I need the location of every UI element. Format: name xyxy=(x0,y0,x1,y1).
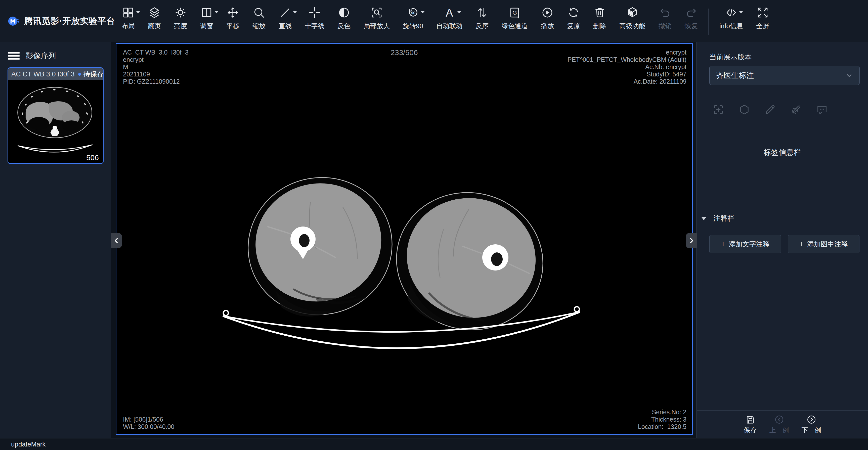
annotation-section-header[interactable]: 注释栏 xyxy=(701,214,735,223)
circle-chevron-left-icon xyxy=(774,415,784,425)
series-title: AC CT WB 3.0 I30f 3 xyxy=(11,70,75,78)
split-window-icon xyxy=(200,6,213,19)
app-title: 腾讯觅影·开放实验平台 xyxy=(24,15,115,27)
overlay-line: Thickness: 3 xyxy=(638,416,686,423)
polygon-tool-icon[interactable] xyxy=(738,104,750,116)
slice-counter: 233/506 xyxy=(391,49,417,56)
cube-icon xyxy=(626,6,639,19)
sun-icon xyxy=(174,6,187,19)
panel-divider xyxy=(697,191,868,191)
toolbar-divider xyxy=(708,8,709,35)
toolbar-item-rotate-90[interactable]: 90 旋转90 xyxy=(396,4,430,30)
fullscreen-icon xyxy=(756,6,769,19)
annotation-panel: 当前展示版本 齐医生标注 xyxy=(696,42,868,438)
roi-box-tool-icon[interactable] xyxy=(712,104,724,116)
toolbar-item-delete[interactable]: 删除 xyxy=(587,4,613,30)
toolbar-item-line[interactable]: 直线 xyxy=(272,4,298,30)
chevron-down-icon xyxy=(457,11,461,13)
triangle-down-icon xyxy=(701,217,706,220)
redo-icon xyxy=(685,6,698,19)
top-toolbar: 腾讯觅影·开放实验平台 布局 翻页 xyxy=(0,0,868,42)
chevron-down-icon xyxy=(215,11,218,13)
add-image-annotation-button[interactable]: + 添加图中注释 xyxy=(788,235,860,253)
ct-image[interactable] xyxy=(216,171,593,387)
toolbar-item-crosshair[interactable]: 十字线 xyxy=(298,4,331,30)
magnify-region-icon xyxy=(370,6,383,19)
status-text: updateMark xyxy=(11,441,45,448)
chevron-left-icon xyxy=(113,237,120,244)
play-icon xyxy=(541,6,554,19)
toolbar-item-window-level[interactable]: 调窗 xyxy=(194,4,220,30)
overlay-line: Ac.Date: 20211109 xyxy=(567,78,686,85)
collapse-left-panel-button[interactable] xyxy=(111,233,122,248)
undo-icon xyxy=(659,6,671,19)
svg-text:A: A xyxy=(445,6,453,19)
toolbar-item-reset[interactable]: 复原 xyxy=(560,4,587,30)
panel-divider xyxy=(709,92,860,92)
hamburger-menu-icon[interactable] xyxy=(8,52,20,60)
overlay-line: encrypt xyxy=(567,49,686,56)
status-bar: updateMark xyxy=(0,438,868,450)
overlay-line: Location: -1320.5 xyxy=(638,423,686,430)
toolbar-item-auto-link[interactable]: A 自动联动 xyxy=(430,4,469,30)
move-icon xyxy=(226,6,239,19)
toolbar-item-advanced[interactable]: 高级功能 xyxy=(613,4,652,30)
toolbar-item-play[interactable]: 播放 xyxy=(534,4,560,30)
toolbar-item-page-flip[interactable]: 翻页 xyxy=(141,4,167,30)
crosshair-icon xyxy=(308,6,321,19)
code-info-icon xyxy=(725,6,738,19)
chevron-down-icon xyxy=(421,11,425,13)
overlay-line: 20211109 xyxy=(123,71,189,78)
chevron-down-icon xyxy=(845,72,853,79)
overlay-line: W/L: 300.00/40.00 xyxy=(123,423,174,430)
comment-tool-icon[interactable] xyxy=(816,104,828,116)
previous-case-button[interactable]: 上一例 xyxy=(769,415,789,435)
series-image-count: 506 xyxy=(86,153,99,162)
refresh-icon xyxy=(567,6,580,19)
overlay-line: StudyID: 5497 xyxy=(567,71,686,78)
panel-divider xyxy=(697,204,868,204)
line-tool-icon xyxy=(279,6,291,19)
annotation-tools xyxy=(712,104,828,116)
version-select-value: 齐医生标注 xyxy=(716,70,754,81)
toolbar-item-green-channel[interactable]: G 绿色通道 xyxy=(495,4,534,30)
chevron-down-icon xyxy=(136,11,140,13)
toolbar-items: 布局 翻页 亮度 调窗 xyxy=(115,0,776,42)
svg-text:90: 90 xyxy=(411,10,415,15)
pencil-tool-icon[interactable] xyxy=(764,104,776,116)
overlay-line: M xyxy=(123,63,189,71)
version-label: 当前展示版本 xyxy=(709,52,751,62)
series-sidebar: 影像序列 AC CT WB 3.0 I30f 3 待保存 xyxy=(0,42,111,438)
toolbar-item-layout[interactable]: 布局 xyxy=(115,4,141,30)
toolbar-item-fullscreen[interactable]: 全屏 xyxy=(750,4,776,30)
save-button[interactable]: 保存 xyxy=(744,415,757,435)
tag-info-title: 标签信息栏 xyxy=(697,147,868,158)
sidebar-title: 影像序列 xyxy=(26,51,56,61)
app-root: 腾讯觅影·开放实验平台 布局 翻页 xyxy=(0,0,868,450)
miying-logo-icon xyxy=(7,13,19,29)
collapse-right-panel-button[interactable] xyxy=(686,233,697,248)
overlay-line: Ac.Nb: encrypt xyxy=(567,63,686,71)
toolbar-item-reverse-order[interactable]: 反序 xyxy=(469,4,495,30)
toolbar-item-info[interactable]: info信息 xyxy=(713,4,750,30)
toolbar-item-pan[interactable]: 平移 xyxy=(220,4,246,30)
toolbar-item-local-magnify[interactable]: 局部放大 xyxy=(357,4,396,30)
toolbar-item-redo[interactable]: 恢复 xyxy=(678,4,704,30)
overlay-line: AC CT WB 3.0 I30f 3 xyxy=(123,49,189,56)
dicom-viewport[interactable]: AC CT WB 3.0 I30f 3 encrypt M 20211109 P… xyxy=(116,43,693,435)
plus-icon: + xyxy=(799,240,804,248)
version-select[interactable]: 齐医生标注 xyxy=(709,66,860,85)
edit-contour-tool-icon[interactable] xyxy=(790,104,802,116)
series-thumbnail-card[interactable]: AC CT WB 3.0 I30f 3 待保存 xyxy=(7,67,103,164)
toolbar-item-undo[interactable]: 撤销 xyxy=(652,4,678,30)
add-text-annotation-button[interactable]: + 添加文字注释 xyxy=(709,235,781,253)
magnifier-icon xyxy=(253,6,265,19)
invert-color-icon xyxy=(338,6,350,19)
next-case-button[interactable]: 下一例 xyxy=(802,415,821,435)
toolbar-item-brightness[interactable]: 亮度 xyxy=(167,4,194,30)
toolbar-item-zoom[interactable]: 缩放 xyxy=(246,4,272,30)
case-navigation-footer: 保存 上一例 下一例 xyxy=(697,410,868,438)
toolbar-item-invert[interactable]: 反色 xyxy=(331,4,357,30)
overlay-line: IM: [506]1/506 xyxy=(123,416,174,423)
trash-icon xyxy=(593,6,606,19)
